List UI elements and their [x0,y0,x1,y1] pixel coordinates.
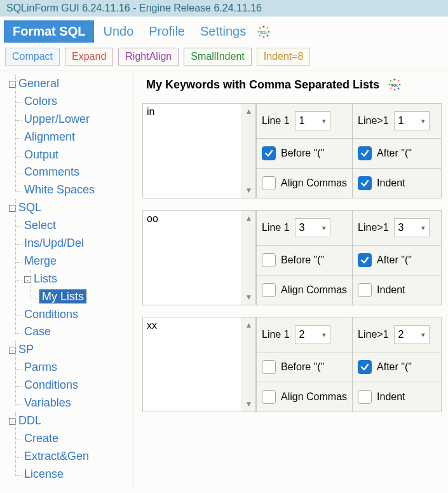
svg-point-7 [259,27,261,29]
tree-ddl[interactable]: DDL [18,414,41,427]
app-logo-icon: SQL [387,78,402,92]
svg-text:SQL: SQL [391,83,399,87]
tree-extractgen[interactable]: Extract&Gen [24,450,89,462]
svg-point-5 [259,34,261,36]
select-value: 2 [299,329,305,340]
chevron-down-icon: ▾ [322,331,326,339]
svg-point-1 [267,27,269,29]
tree-sp[interactable]: SP [18,343,34,356]
checkbox[interactable] [358,253,372,267]
tree-insupddel[interactable]: Ins/Upd/Del [24,237,84,249]
chevron-down-icon: ▾ [421,117,425,125]
tree-alignment[interactable]: Alignment [24,130,75,143]
menu-settings[interactable]: Settings [194,20,252,43]
tree-case[interactable]: Case [24,325,51,338]
after-paren-label: After "(" [377,254,412,266]
svg-point-13 [394,89,396,91]
chevron-down-icon: ▾ [322,117,326,125]
page-title: My Keywords with Comma Separated Lists [146,78,379,92]
toolbar-indent8-button[interactable]: Indent=8 [257,48,311,66]
select-dropdown[interactable]: 2▾ [394,325,430,344]
menu-profile[interactable]: Profile [142,20,191,43]
select-value: 1 [299,115,305,127]
tree-upper-lower[interactable]: Upper/Lower [24,113,90,125]
svg-point-12 [398,88,400,90]
before-paren-label: Before "(" [281,361,324,373]
checkbox[interactable] [262,390,276,404]
checkbox[interactable] [358,146,372,160]
tree-sql-conditions[interactable]: Conditions [24,308,78,321]
keyword-textarea[interactable]: oo [143,211,241,305]
toolbar-smallindent-button[interactable]: SmallIndent [184,48,252,66]
tree-create[interactable]: Create [24,432,58,445]
tree-general[interactable]: General [18,77,59,90]
select-dropdown[interactable]: 2▾ [295,325,330,344]
align-commas-label: Align Commas [281,177,347,189]
menu-undo[interactable]: Undo [97,20,140,43]
window-title-text: SQLinForm GUI 6.24.11.16 - Engine Releas… [6,3,262,13]
tree-lists[interactable]: Lists [34,272,57,285]
align-commas-label: Align Commas [281,284,347,296]
scroll-down-icon[interactable]: ▼ [242,289,255,305]
checkbox[interactable] [262,283,276,297]
line1-label: Line 1 [262,115,290,127]
checkbox[interactable] [358,360,372,374]
select-value: 1 [398,115,404,127]
before-paren-label: Before "(" [281,148,324,159]
svg-text:SQL: SQL [260,31,268,34]
checkbox[interactable] [358,176,372,190]
select-dropdown[interactable]: 1▾ [394,111,430,130]
tree-whitespaces[interactable]: White Spaces [24,183,95,196]
scroll-up-icon[interactable]: ▲ [242,317,255,333]
scroll-down-icon[interactable]: ▼ [242,396,255,412]
scroll-up-icon[interactable]: ▲ [242,211,255,226]
select-dropdown[interactable]: 3▾ [394,218,430,237]
keyword-block: xx ▲ ▼ Line 12▾ Line>12▾ Before "(" Afte… [142,317,442,412]
svg-point-4 [263,36,265,38]
chevron-down-icon: ▾ [421,331,425,339]
menubar: Format SQL Undo Profile Settings SQL [0,17,448,46]
indent-label: Indent [377,391,405,403]
line1-label: Line 1 [262,222,290,233]
keyword-textarea[interactable]: in [143,104,241,198]
tree-comments[interactable]: Comments [24,165,79,178]
tree-parms[interactable]: Parms [24,361,57,373]
select-value: 3 [299,222,305,233]
tree-select[interactable]: Select [24,219,56,232]
svg-point-2 [268,31,270,32]
align-commas-label: Align Commas [281,391,347,403]
svg-point-0 [263,25,265,27]
svg-point-16 [390,80,392,82]
checkbox[interactable] [262,360,276,374]
checkbox[interactable] [262,146,276,160]
chevron-down-icon: ▾ [421,224,425,232]
tree-mylists[interactable]: My Lists [39,289,86,303]
tree-merge[interactable]: Merge [24,254,57,267]
window-titlebar: SQLinForm GUI 6.24.11.16 - Engine Releas… [0,0,448,17]
line1-label: Line 1 [262,329,290,340]
select-dropdown[interactable]: 1▾ [295,111,330,130]
tree-variables[interactable]: Variables [24,396,71,409]
tree-license[interactable]: License [24,468,64,480]
indent-label: Indent [377,177,405,189]
tree-sql[interactable]: SQL [18,201,41,214]
tree-colors[interactable]: Colors [24,95,57,108]
checkbox[interactable] [262,176,276,190]
toolbar-compact-button[interactable]: Compact [5,48,60,66]
scroll-up-icon[interactable]: ▲ [242,104,255,119]
indent-label: Indent [377,284,405,296]
svg-point-11 [399,84,401,86]
svg-point-3 [267,34,269,36]
checkbox[interactable] [358,283,372,297]
scroll-down-icon[interactable]: ▼ [242,183,255,198]
toolbar-rightalign-button[interactable]: RightAlign [118,48,179,66]
keyword-block: in ▲ ▼ Line 11▾ Line>11▾ Before "(" Afte… [142,103,442,198]
checkbox[interactable] [358,390,372,404]
tree-sp-conditions[interactable]: Conditions [24,378,78,391]
toolbar-expand-button[interactable]: Expand [65,48,113,66]
tree-output[interactable]: Output [24,148,58,161]
keyword-textarea[interactable]: xx [143,317,241,412]
select-dropdown[interactable]: 3▾ [295,218,330,237]
format-sql-button[interactable]: Format SQL [4,20,94,43]
checkbox[interactable] [262,253,276,267]
